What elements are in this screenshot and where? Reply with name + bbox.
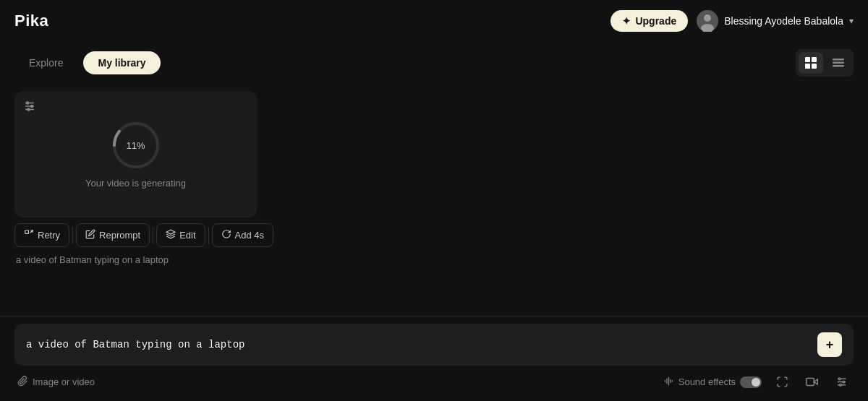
video-card: 11% Your video is generating — [14, 91, 257, 217]
tab-my-library[interactable]: My library — [83, 51, 160, 74]
header-right: ✦ Upgrade Blessing Ayodele Babalola ▾ — [610, 10, 854, 32]
progress-circle: 11% — [111, 120, 161, 171]
sound-effects-group: Sound effects — [663, 376, 762, 389]
expand-button[interactable] — [773, 373, 791, 391]
svg-point-1 — [704, 14, 711, 22]
avatar — [697, 10, 718, 32]
retry-button[interactable]: Retry — [14, 223, 69, 247]
app-logo: Pika — [14, 12, 48, 30]
prompt-input[interactable] — [26, 339, 810, 350]
reprompt-icon — [85, 229, 95, 241]
upgrade-button[interactable]: ✦ Upgrade — [610, 10, 688, 32]
add4s-icon — [221, 229, 231, 241]
media-upload-button[interactable]: Image or video — [17, 376, 95, 389]
sound-icon — [663, 376, 674, 389]
input-area: + — [14, 324, 854, 366]
action-buttons: Retry Reprompt — [14, 223, 273, 247]
edit-label: Edit — [179, 230, 195, 241]
paperclip-icon — [17, 376, 28, 389]
bottom-actions: Image or video Sound effects — [14, 373, 854, 391]
progress-percent: 11% — [126, 140, 145, 151]
reprompt-label: Reprompt — [99, 230, 140, 241]
svg-point-29 — [843, 381, 845, 383]
submit-icon: + — [826, 337, 834, 353]
sound-effects-label: Sound effects — [678, 376, 736, 387]
grid-view-button[interactable] — [799, 52, 823, 74]
svg-rect-5 — [805, 64, 810, 69]
list-view-button[interactable] — [826, 52, 851, 74]
user-name: Blessing Ayodele Babalola — [724, 15, 843, 27]
svg-rect-8 — [833, 62, 844, 64]
settings-button[interactable] — [833, 373, 851, 391]
svg-rect-7 — [833, 59, 844, 61]
settings-icon — [23, 100, 36, 116]
svg-point-15 — [27, 108, 30, 111]
media-label: Image or video — [33, 376, 95, 387]
star-icon: ✦ — [622, 15, 631, 27]
sound-effects-toggle[interactable] — [740, 376, 762, 388]
add4s-label: Add 4s — [235, 230, 264, 241]
divider-line — [0, 316, 868, 316]
svg-point-30 — [840, 384, 842, 386]
svg-rect-9 — [833, 65, 844, 67]
divider2 — [153, 227, 153, 244]
divider3 — [208, 227, 209, 244]
bottom-right-controls: Sound effects — [663, 373, 851, 391]
bottom-bar: + Image or video — [0, 309, 868, 401]
prompt-display-text: a video of Batman typing on a laptop — [14, 254, 273, 265]
svg-point-28 — [838, 378, 841, 380]
svg-point-13 — [27, 102, 29, 104]
main-content: 11% Your video is generating Retry — [0, 84, 868, 272]
generating-text: Your video is generating — [85, 178, 186, 189]
nav-tabs: Explore My library — [0, 42, 868, 84]
svg-rect-18 — [25, 230, 29, 234]
edit-icon — [166, 229, 176, 241]
svg-rect-6 — [812, 64, 817, 69]
edit-button[interactable]: Edit — [156, 223, 205, 247]
header: Pika ✦ Upgrade Blessing Ayodele Babalola… — [0, 0, 868, 42]
reprompt-button[interactable]: Reprompt — [76, 223, 150, 247]
retry-icon — [24, 229, 34, 241]
user-menu[interactable]: Blessing Ayodele Babalola ▾ — [697, 10, 854, 32]
svg-rect-24 — [807, 379, 814, 386]
tab-explore[interactable]: Explore — [14, 51, 77, 74]
submit-button[interactable]: + — [817, 332, 842, 357]
svg-rect-3 — [805, 57, 810, 62]
divider — [72, 227, 73, 244]
upgrade-label: Upgrade — [635, 15, 676, 27]
svg-rect-4 — [812, 57, 817, 62]
view-toggle — [796, 49, 854, 77]
svg-point-14 — [31, 105, 33, 108]
add4s-button[interactable]: Add 4s — [212, 223, 273, 247]
retry-label: Retry — [38, 230, 60, 241]
camera-button[interactable] — [803, 373, 821, 391]
chevron-down-icon: ▾ — [849, 16, 854, 26]
